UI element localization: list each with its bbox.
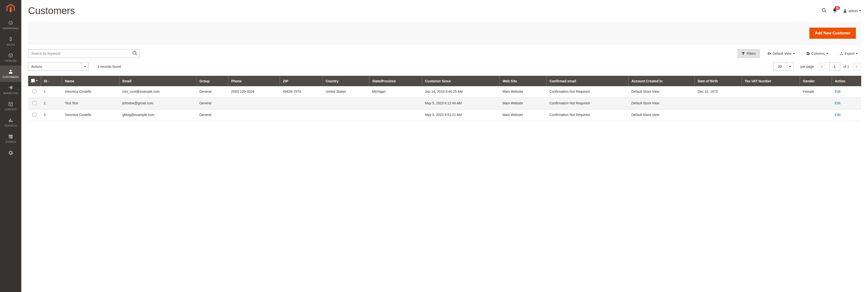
cell-id: 3 (41, 109, 62, 121)
table-row[interactable]: 1Veronica Costelloroni_cost@example.comG… (28, 86, 861, 98)
col-website[interactable]: Web Site (500, 76, 547, 86)
default-view-label: Default View (773, 52, 792, 56)
mass-actions-toggle[interactable] (82, 62, 89, 71)
page-title: Customers (28, 5, 75, 16)
per-page-input[interactable] (773, 62, 786, 71)
edit-link[interactable]: Edit (835, 113, 841, 117)
nav-label: CONTENT (5, 108, 17, 111)
col-confirmed[interactable]: Confirmed email (547, 76, 628, 86)
cell-vat (742, 109, 800, 121)
nav-sales[interactable]: SALES (0, 33, 21, 50)
cell-vat (742, 86, 800, 98)
next-page-button[interactable] (852, 62, 861, 71)
nav-label: STORES (6, 141, 16, 143)
page-number-input[interactable] (830, 62, 840, 71)
global-search-button[interactable] (822, 8, 827, 14)
nav-stores[interactable]: STORES (0, 130, 21, 147)
col-since[interactable]: Customer Since (422, 76, 500, 86)
cell-state (369, 109, 422, 121)
edit-link[interactable]: Edit (835, 90, 841, 93)
chevron-down-icon (856, 53, 858, 54)
cell-gender (800, 98, 832, 109)
cell-id: 1 (41, 86, 62, 98)
export-icon (839, 52, 843, 56)
bars-icon (8, 118, 13, 123)
col-dob[interactable]: Date of Birth (694, 76, 742, 86)
col-vat[interactable]: Tax VAT Number (742, 76, 800, 86)
cell-state: Michigan (369, 86, 422, 98)
per-page-toggle[interactable] (786, 62, 794, 71)
megaphone-icon (8, 85, 13, 91)
add-new-customer-button[interactable]: Add New Customer (809, 28, 856, 39)
nav-label: MARKETING (3, 92, 18, 95)
mass-actions-dropdown[interactable]: Actions (28, 62, 89, 71)
col-group[interactable]: Group (196, 76, 228, 86)
cell-created-in: Default Store View (628, 86, 694, 98)
filters-button[interactable]: Filters (738, 50, 760, 58)
cell-state (369, 98, 422, 109)
default-view-button[interactable]: Default View (764, 50, 798, 57)
cell-email: roni_cost@example.com (119, 86, 196, 98)
nav-content[interactable]: CONTENT (0, 98, 21, 114)
nav-dashboard[interactable]: DASHBOARD (0, 17, 21, 33)
row-checkbox[interactable] (32, 113, 36, 117)
cell-group: General (196, 98, 228, 109)
row-checkbox[interactable] (32, 90, 36, 93)
export-button[interactable]: Export (836, 50, 861, 57)
export-label: Export (845, 52, 855, 56)
cell-since: May 5, 2023 8:12:49 AM (422, 98, 500, 109)
customers-table: ID↓ Name Email Group Phone ZIP Country S… (28, 76, 861, 121)
layout-icon (8, 101, 13, 107)
user-icon (843, 9, 847, 13)
search-submit-button[interactable] (132, 51, 137, 57)
nav-catalog[interactable]: CATALOG (0, 50, 21, 66)
cell-gender: Female (800, 86, 832, 98)
per-page-label: per page (800, 65, 814, 68)
cell-since: Jan 14, 2019 9:40:25 AM (422, 86, 500, 98)
cell-zip (280, 109, 322, 121)
cell-phone: (555) 229-3326 (228, 86, 280, 98)
nav-system[interactable] (0, 147, 21, 159)
admin-sidebar: DASHBOARD SALES CATALOG CUSTOMERS MARKET… (0, 0, 21, 292)
table-row[interactable]: 3Veronica Costellogfdug@example.comGener… (28, 109, 861, 121)
nav-customers[interactable]: CUSTOMERS (0, 66, 21, 82)
col-gender[interactable]: Gender (800, 76, 832, 86)
cell-country (322, 98, 369, 109)
row-checkbox[interactable] (32, 101, 36, 105)
search-input[interactable] (28, 49, 140, 58)
cell-phone (228, 98, 280, 109)
col-phone[interactable]: Phone (228, 76, 280, 86)
col-zip[interactable]: ZIP (280, 76, 322, 86)
cell-dob (694, 98, 742, 109)
edit-link[interactable]: Edit (835, 101, 841, 105)
cell-email: gfdug@example.com (119, 109, 196, 121)
cell-email: johndoe@gmail.com (119, 98, 196, 109)
nav-marketing[interactable]: MARKETING (0, 82, 21, 98)
cell-confirmed: Confirmation Not Required (547, 86, 628, 98)
col-select (28, 76, 41, 86)
col-country[interactable]: Country (322, 76, 369, 86)
cell-since: May 5, 2023 9:51:21 AM (422, 109, 500, 121)
col-email[interactable]: Email (119, 76, 196, 86)
table-row[interactable]: 2Test Testjohndoe@gmail.comGeneralMay 5,… (28, 98, 861, 109)
admin-account-button[interactable]: admin (843, 9, 861, 13)
cell-name: Test Test (62, 98, 119, 109)
cell-zip: 49628-7978 (280, 86, 322, 98)
cell-created-in: Default Store View (628, 98, 694, 109)
magento-logo[interactable] (0, 0, 21, 17)
col-id[interactable]: ID↓ (41, 76, 62, 86)
col-created-in[interactable]: Account Created in (628, 76, 694, 86)
prev-page-button[interactable] (817, 62, 826, 71)
nav-reports[interactable]: REPORTS (0, 114, 21, 130)
chevron-down-icon[interactable] (36, 80, 38, 82)
cell-country: United States (322, 86, 369, 98)
col-name[interactable]: Name (62, 76, 119, 86)
col-state[interactable]: State/Province (369, 76, 422, 86)
columns-button[interactable]: Columns (803, 50, 831, 57)
notifications-button[interactable]: 38 (832, 8, 837, 14)
funnel-icon (741, 52, 745, 56)
eye-icon (767, 52, 771, 56)
chevron-down-icon (826, 53, 828, 54)
cell-country (322, 109, 369, 121)
select-all-checkbox[interactable] (31, 79, 35, 83)
